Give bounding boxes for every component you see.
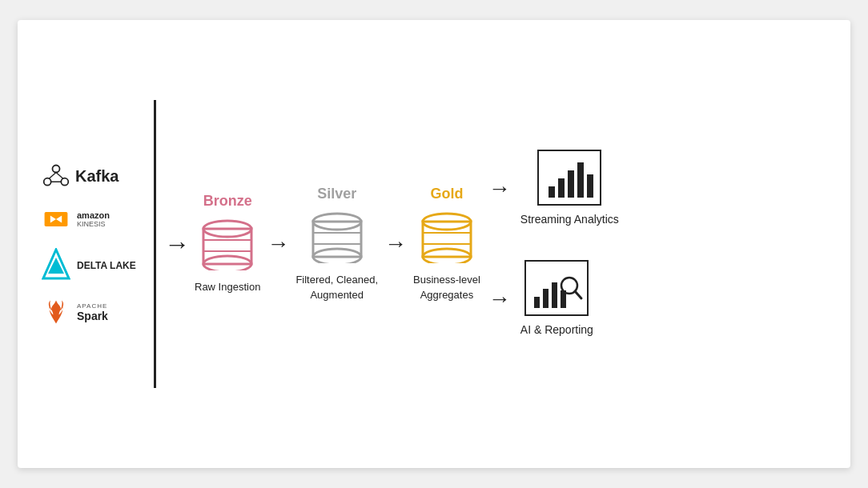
main-arrow: →	[164, 230, 190, 259]
delta-logo: DELTA LAKE	[42, 248, 136, 283]
spark-label: Spark	[77, 310, 108, 322]
streaming-label: Streaming Analytics	[520, 212, 619, 228]
svg-rect-26	[549, 186, 555, 198]
ai-row: → AI & Reportin	[488, 260, 619, 338]
kafka-logo: Kafka	[42, 162, 119, 190]
kinesis-logo: amazon KINESIS	[42, 205, 110, 234]
arrow-bronze-silver: →	[260, 231, 295, 257]
kinesis-label: amazon	[77, 210, 110, 220]
gold-label: Gold	[430, 186, 463, 202]
svg-rect-29	[577, 162, 584, 198]
ai-icon-box	[524, 260, 589, 316]
kinesis-sublabel: KINESIS	[77, 220, 110, 228]
svg-rect-31	[534, 297, 540, 308]
bronze-cylinder	[195, 214, 259, 270]
logos-column: Kafka amazon KINESIS DELTA LAKE	[34, 162, 146, 326]
spark-logo: APACHE Spark	[42, 298, 108, 326]
svg-rect-28	[568, 170, 574, 198]
kafka-label: Kafka	[75, 167, 119, 186]
svg-line-4	[56, 173, 63, 179]
svg-line-3	[49, 173, 56, 179]
bronze-desc: Raw Ingestion	[195, 280, 260, 294]
arrow-silver-gold: →	[378, 231, 413, 257]
spark-icon	[42, 298, 70, 326]
svg-point-0	[53, 166, 60, 173]
svg-point-1	[44, 178, 51, 186]
bronze-stage: Bronze Raw Ingestion	[195, 193, 260, 294]
svg-rect-32	[543, 289, 549, 308]
delta-icon	[42, 248, 70, 283]
streaming-output: Streaming Analytics	[520, 150, 619, 228]
streaming-row: → Streaming Analytics	[488, 150, 619, 228]
slide: Kafka amazon KINESIS DELTA LAKE	[18, 20, 850, 468]
silver-label: Silver	[317, 186, 356, 202]
apache-label: APACHE	[77, 302, 108, 310]
ai-label: AI & Reporting	[520, 322, 593, 338]
svg-rect-33	[552, 282, 557, 308]
svg-point-2	[61, 178, 68, 186]
bronze-label: Bronze	[203, 193, 252, 210]
kinesis-icon	[42, 205, 70, 234]
streaming-chart-icon	[542, 154, 597, 201]
silver-stage: Silver Filtered, Cleaned, Augmented	[295, 186, 378, 302]
gold-stage: Gold Business-level Aggregates	[413, 186, 480, 302]
gold-desc: Business-level Aggregates	[413, 273, 480, 302]
kafka-icon	[42, 162, 70, 190]
flow-container: Bronze Raw Ingestion → Silver	[195, 150, 834, 338]
streaming-icon-box	[537, 150, 601, 206]
vertical-divider	[154, 100, 156, 388]
arrow-to-streaming: →	[488, 176, 511, 202]
ai-output: AI & Reporting	[520, 260, 593, 338]
silver-desc: Filtered, Cleaned, Augmented	[295, 273, 378, 302]
arrow-to-ai: →	[488, 286, 511, 312]
ai-chart-icon	[529, 265, 584, 311]
gold-cylinder	[415, 207, 479, 263]
svg-rect-30	[587, 174, 593, 198]
delta-label: DELTA LAKE	[77, 260, 136, 271]
outputs-column: → Streaming Analytics	[488, 150, 619, 338]
svg-rect-27	[558, 178, 565, 198]
silver-cylinder	[305, 207, 369, 263]
svg-line-36	[575, 291, 581, 298]
